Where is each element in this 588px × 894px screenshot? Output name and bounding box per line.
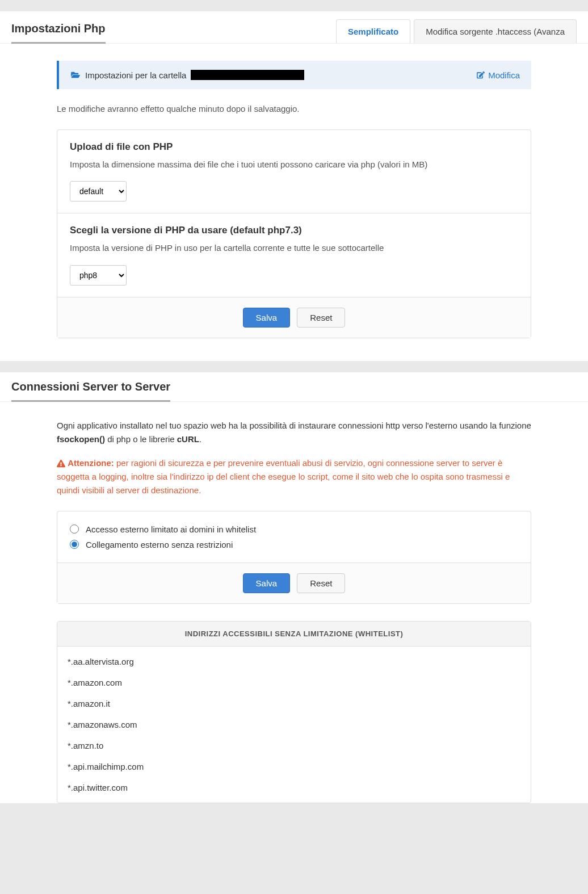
upload-title: Upload di file con PHP [70, 141, 518, 153]
s2s-save-button[interactable]: Salva [243, 573, 291, 593]
s2s-panel-header: Connessioni Server to Server [0, 372, 588, 402]
s2s-warning: Attenzione: per ragioni di sicurezza e p… [57, 456, 531, 497]
whitelist-header: INDIRIZZI ACCESSIBILI SENZA LIMITAZIONE … [57, 622, 531, 647]
php-card-footer: Salva Reset [57, 297, 531, 338]
php-save-button[interactable]: Salva [243, 308, 291, 328]
list-item: *.amzn.to [57, 735, 531, 756]
list-item: *.amazonaws.com [57, 714, 531, 735]
version-desc: Imposta la versione di PHP in uso per la… [70, 242, 518, 255]
php-panel-header: Impostazioni Php Semplificato Modifica s… [0, 11, 588, 44]
radio-limited-row[interactable]: Accesso esterno limitato ai domini in wh… [70, 522, 518, 537]
s2s-panel-title: Connessioni Server to Server [11, 380, 170, 402]
list-item: *.amazon.com [57, 672, 531, 693]
radio-unrestricted-row[interactable]: Collegamento esterno senza restrizioni [70, 537, 518, 552]
folder-info-label: Impostazioni per la cartella [85, 70, 186, 80]
upload-size-select[interactable]: default [70, 181, 127, 202]
radio-limited-label: Accesso esterno limitato ai domini in wh… [86, 524, 256, 534]
php-card: Upload di file con PHP Imposta la dimens… [57, 129, 531, 338]
php-reset-button[interactable]: Reset [297, 308, 345, 328]
tab-simple[interactable]: Semplificato [336, 19, 410, 43]
save-note: Le modifiche avranno effetto qualche min… [57, 103, 531, 116]
s2s-reset-button[interactable]: Reset [297, 573, 345, 593]
list-item: *.amazon.it [57, 693, 531, 714]
upload-desc: Imposta la dimensione massima dei file c… [70, 158, 518, 171]
s2s-panel: Connessioni Server to Server Ogni applic… [0, 372, 588, 803]
version-section: Scegli la versione di PHP da usare (defa… [57, 213, 531, 297]
s2s-card: Accesso esterno limitato ai domini in wh… [57, 511, 531, 604]
s2s-panel-body: Ogni applicativo installato nel tuo spaz… [0, 402, 588, 803]
radio-unrestricted[interactable] [70, 540, 79, 549]
edit-folder-link[interactable]: Modifica [477, 70, 520, 80]
php-tabs: Semplificato Modifica sorgente .htaccess… [333, 19, 577, 43]
radio-limited[interactable] [70, 524, 79, 534]
list-item: *.api.twitter.com [57, 777, 531, 798]
php-panel-body: Impostazioni per la cartella Modifica Le… [0, 44, 588, 361]
folder-info-bar: Impostazioni per la cartella Modifica [57, 61, 531, 89]
whitelist-body[interactable]: *.aa.altervista.org *.amazon.com *.amazo… [57, 647, 531, 803]
list-item: *.api.mailchimp.com [57, 756, 531, 777]
upload-section: Upload di file con PHP Imposta la dimens… [57, 130, 531, 214]
version-title: Scegli la versione di PHP da usare (defa… [70, 225, 518, 236]
php-settings-panel: Impostazioni Php Semplificato Modifica s… [0, 11, 588, 361]
s2s-intro: Ogni applicativo installato nel tuo spaz… [57, 419, 531, 446]
folder-path-redacted [191, 70, 304, 80]
edit-folder-label: Modifica [488, 70, 520, 80]
radio-unrestricted-label: Collegamento esterno senza restrizioni [86, 540, 233, 549]
folder-open-icon [70, 71, 81, 79]
s2s-radio-section: Accesso esterno limitato ai domini in wh… [57, 511, 531, 563]
php-version-select[interactable]: php8 [70, 265, 127, 286]
s2s-card-footer: Salva Reset [57, 563, 531, 603]
php-panel-title: Impostazioni Php [11, 22, 106, 44]
warning-icon [57, 459, 65, 468]
edit-icon [477, 71, 485, 79]
whitelist-card: INDIRIZZI ACCESSIBILI SENZA LIMITAZIONE … [57, 621, 531, 803]
tab-advanced[interactable]: Modifica sorgente .htaccess (Avanza [414, 19, 577, 43]
list-item: *.aa.altervista.org [57, 651, 531, 672]
